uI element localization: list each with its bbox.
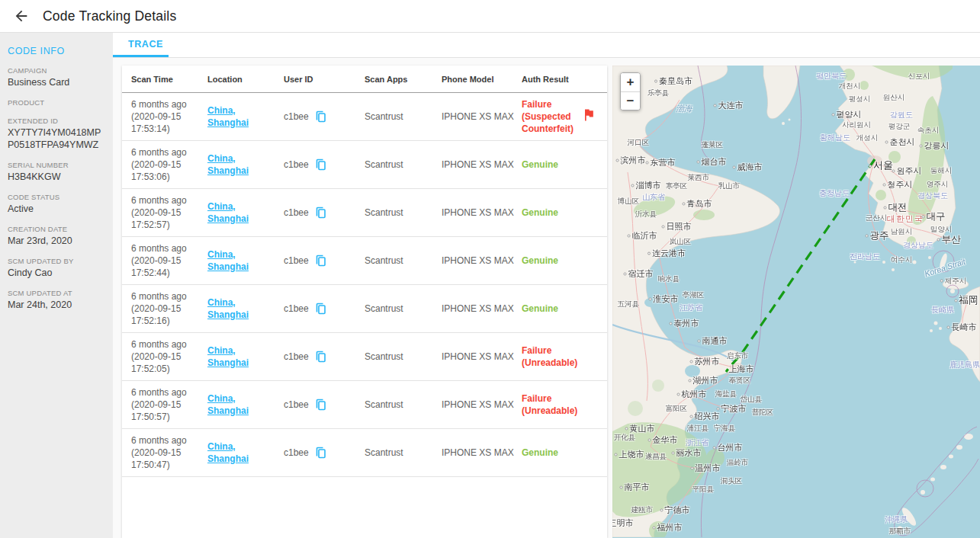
scan-time-cell: 6 months ago (2020-09-15 17:53:14) xyxy=(131,98,207,136)
phone-model-cell: IPHONE XS MAX xyxy=(442,110,522,123)
code-info-fields: CAMPAIGNBusiness CardPRODUCTEXTENDED IDX… xyxy=(8,66,102,311)
location-cell: China, Shanghai xyxy=(207,200,284,225)
map-land-jeju xyxy=(943,280,969,290)
table-header-row: Scan TimeLocationUser IDScan AppsPhone M… xyxy=(122,66,607,93)
copy-user-id-button[interactable] xyxy=(314,398,327,412)
auth-result-cell: Genuine xyxy=(522,207,581,219)
copy-user-id-button[interactable] xyxy=(314,350,327,363)
auth-result-cell: Failure (Unreadable) xyxy=(522,344,581,369)
table-row: 6 months ago (2020-09-15 17:52:05)China,… xyxy=(122,333,607,381)
copy-user-id-button[interactable] xyxy=(314,302,327,315)
scan-app-cell: Scantrust xyxy=(365,159,442,171)
column-header: Auth Result xyxy=(522,75,581,84)
flag-icon xyxy=(581,107,596,123)
scan-time-cell: 6 months ago (2020-09-15 17:50:57) xyxy=(131,386,207,424)
scan-time-cell: 6 months ago (2020-09-15 17:53:06) xyxy=(131,146,207,184)
scan-time-cell: 6 months ago (2020-09-15 17:52:57) xyxy=(131,194,207,232)
auth-result-cell: Genuine xyxy=(522,159,581,171)
location-link[interactable]: China, Shanghai xyxy=(207,153,249,176)
table-row: 6 months ago (2020-09-15 17:52:16)China,… xyxy=(122,285,607,333)
scan-app-cell: Scantrust xyxy=(365,447,442,459)
map-zoom-in-button[interactable]: + xyxy=(621,73,640,91)
scan-app-cell: Scantrust xyxy=(365,351,442,363)
phone-model-cell: IPHONE XS MAX xyxy=(442,351,522,363)
copy-icon xyxy=(314,206,327,219)
location-link[interactable]: China, Shanghai xyxy=(207,297,249,320)
phone-model-cell: IPHONE XS MAX xyxy=(442,447,522,459)
code-info-title: CODE INFO xyxy=(8,46,102,56)
map-canvas xyxy=(612,66,980,537)
location-link[interactable]: China, Shanghai xyxy=(207,393,249,416)
user-id-value: c1bee xyxy=(284,110,309,123)
copy-icon xyxy=(314,302,327,315)
table-row: 6 months ago (2020-09-15 17:50:57)China,… xyxy=(122,381,607,429)
column-header: Location xyxy=(207,75,284,84)
location-link[interactable]: China, Shanghai xyxy=(207,105,249,128)
auth-result-cell: Failure (Suspected Counterfeit) xyxy=(522,98,581,136)
location-link[interactable]: China, Shanghai xyxy=(207,441,249,464)
location-link[interactable]: China, Shanghai xyxy=(207,345,249,368)
copy-icon xyxy=(314,350,327,363)
arrow-left-icon xyxy=(13,8,30,24)
field-value: XY7TY7I4YM0418MPP0518TFPA94YMWZ xyxy=(8,126,102,151)
user-id-cell: c1bee xyxy=(284,206,365,219)
page-title: Code Tracking Details xyxy=(43,8,176,24)
scan-app-cell: Scantrust xyxy=(365,255,442,267)
scan-app-cell: Scantrust xyxy=(365,399,442,411)
map-zoom-out-button[interactable]: − xyxy=(621,91,640,110)
back-button[interactable] xyxy=(6,1,37,31)
table-body: 6 months ago (2020-09-15 17:53:14)China,… xyxy=(122,93,607,477)
user-id-value: c1bee xyxy=(284,303,309,315)
copy-user-id-button[interactable] xyxy=(314,158,327,171)
column-header: Phone Model xyxy=(442,75,522,84)
field-value: Mar 24th, 2020 xyxy=(8,299,102,311)
user-id-cell: c1bee xyxy=(284,350,365,363)
scan-time-cell: 6 months ago (2020-09-15 17:50:47) xyxy=(131,434,207,472)
field-label: EXTENDED ID xyxy=(8,117,102,125)
location-cell: China, Shanghai xyxy=(207,248,284,273)
location-cell: China, Shanghai xyxy=(207,392,284,417)
column-header: Scan Time xyxy=(131,75,207,84)
auth-result-cell: Genuine xyxy=(522,447,581,459)
auth-result-cell: Failure (Unreadable) xyxy=(522,392,581,417)
field-label: CREATION DATE xyxy=(8,225,102,233)
copy-icon xyxy=(314,446,327,460)
scan-app-cell: Scantrust xyxy=(365,110,442,123)
copy-user-id-button[interactable] xyxy=(314,254,327,267)
app-header: Code Tracking Details xyxy=(0,0,980,33)
copy-user-id-button[interactable] xyxy=(314,446,327,460)
user-id-value: c1bee xyxy=(284,159,309,171)
map-panel[interactable]: 秦皇岛市乐亭县大连市渤海蓬莱区烟台市威海市河口区滨州市东营市淄博市寒亭区莱西市乳… xyxy=(612,66,980,538)
copy-user-id-button[interactable] xyxy=(314,206,327,219)
phone-model-cell: IPHONE XS MAX xyxy=(442,303,522,315)
location-cell: China, Shanghai xyxy=(207,440,284,465)
user-id-value: c1bee xyxy=(284,207,309,219)
location-link[interactable]: China, Shanghai xyxy=(207,249,249,272)
field-value: Mar 23rd, 2020 xyxy=(8,235,102,247)
tab-trace[interactable]: TRACE xyxy=(113,33,178,56)
user-id-value: c1bee xyxy=(284,255,309,267)
copy-user-id-button[interactable] xyxy=(314,110,327,123)
phone-model-cell: IPHONE XS MAX xyxy=(442,207,522,219)
scan-app-cell: Scantrust xyxy=(365,303,442,315)
trace-table-card: Scan TimeLocationUser IDScan AppsPhone M… xyxy=(122,66,607,538)
location-cell: China, Shanghai xyxy=(207,344,284,369)
location-link[interactable]: China, Shanghai xyxy=(207,201,249,224)
field-value: H3B4KKGW xyxy=(8,171,102,183)
user-id-cell: c1bee xyxy=(284,302,365,315)
user-id-cell: c1bee xyxy=(284,110,365,123)
map-zoom-control: + − xyxy=(620,72,641,110)
column-header: User ID xyxy=(284,75,365,84)
auth-result-cell: Genuine xyxy=(522,303,581,315)
user-id-cell: c1bee xyxy=(284,446,365,460)
column-header: Scan Apps xyxy=(365,75,442,84)
location-cell: China, Shanghai xyxy=(207,296,284,321)
copy-icon xyxy=(314,158,327,171)
user-id-value: c1bee xyxy=(284,447,309,459)
field-label: SCM UPDATED BY xyxy=(8,257,102,265)
table-row: 6 months ago (2020-09-15 17:53:06)China,… xyxy=(122,141,607,189)
scan-time-cell: 6 months ago (2020-09-15 17:52:44) xyxy=(131,242,207,280)
table-row: 6 months ago (2020-09-15 17:53:14)China,… xyxy=(122,93,607,141)
location-cell: China, Shanghai xyxy=(207,104,284,129)
field-value: Active xyxy=(8,203,102,215)
